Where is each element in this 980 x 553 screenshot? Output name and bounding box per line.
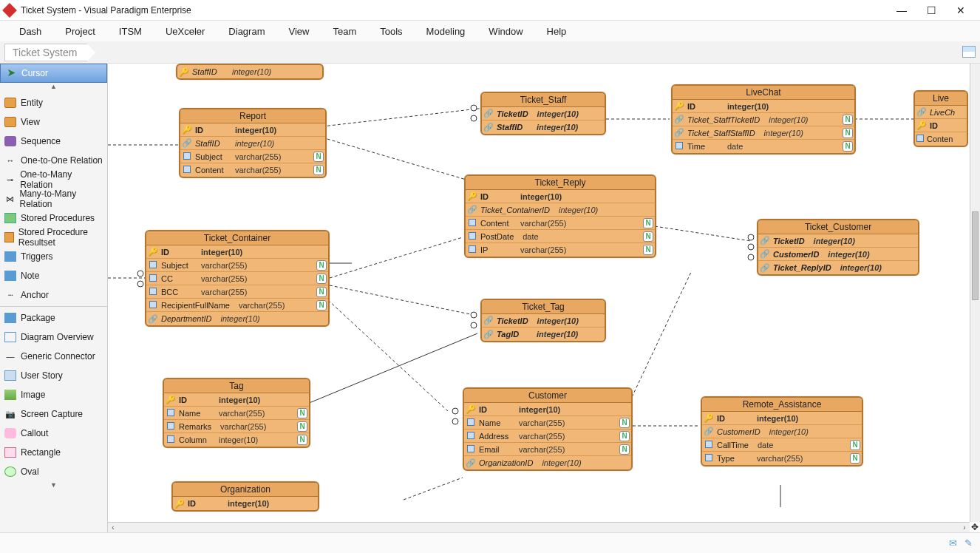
menu-window[interactable]: Window: [477, 23, 534, 40]
tool-user-story[interactable]: User Story: [0, 366, 107, 385]
entity-column[interactable]: Name varchar(255) N: [164, 407, 309, 420]
entity-column[interactable]: IP varchar(255) N: [466, 243, 655, 257]
entity-ticket-staff[interactable]: Ticket_Staff 🔗 TicketID integer(10) 🔗 St…: [480, 92, 606, 135]
entity-remote-assistance[interactable]: Remote_Assistance 🔑 ID integer(10) 🔗 Cus…: [701, 396, 863, 467]
entity-tag[interactable]: Tag 🔑 ID integer(10) Name varchar(255) N…: [163, 378, 310, 448]
entity-staffid-fragment[interactable]: 🔑 StaffID integer(10): [176, 64, 324, 80]
entity-column[interactable]: 🔗 TicketID integer(10): [482, 107, 605, 121]
entity-column[interactable]: Content varchar(255) N: [466, 217, 655, 230]
tool-sequence[interactable]: Sequence: [0, 132, 107, 151]
entity-column[interactable]: 🔗 TicketID integer(10): [758, 234, 918, 248]
breadcrumb[interactable]: Ticket System: [4, 44, 88, 61]
close-button[interactable]: ✕: [946, 2, 976, 18]
entity-column[interactable]: 🔗 StaffID integer(10): [482, 121, 605, 134]
entity-column[interactable]: Name varchar(255) N: [464, 416, 631, 430]
tool-diagram-overview[interactable]: Diagram Overview: [0, 328, 107, 347]
entity-column[interactable]: 🔑 ID integer(10): [673, 100, 854, 113]
entity-column[interactable]: 🔑 ID integer(10): [466, 190, 655, 203]
hscroll-track[interactable]: [118, 523, 959, 532]
tool-rectangle[interactable]: Rectangle: [0, 443, 107, 462]
entity-column[interactable]: PostDate date N: [466, 230, 655, 243]
entity-column[interactable]: 🔑 ID integer(10): [146, 245, 328, 259]
entity-organization[interactable]: Organization 🔑 ID integer(10): [171, 481, 319, 512]
entity-column[interactable]: 🔑 ID integer(10): [702, 412, 862, 425]
entity-column[interactable]: 🔑 ID integer(10): [173, 497, 318, 510]
menu-tools[interactable]: Tools: [368, 23, 414, 40]
collapse-arrow-up[interactable]: ▲: [0, 83, 107, 93]
entity-column[interactable]: 🔑 ID integer(10): [180, 123, 325, 137]
entity-customer[interactable]: Customer 🔑 ID integer(10) Name varchar(2…: [463, 387, 633, 471]
tool-oval[interactable]: Oval: [0, 462, 107, 481]
maximize-button[interactable]: ☐: [916, 2, 946, 18]
mail-icon[interactable]: ✉: [949, 537, 957, 549]
entity-column[interactable]: Subject varchar(255) N: [146, 259, 328, 272]
entity-column[interactable]: 🔗 Ticket_ContainerID integer(10): [466, 203, 655, 217]
tool-package[interactable]: Package: [0, 308, 107, 328]
menu-diagram[interactable]: Diagram: [217, 23, 276, 40]
tool-stored-procedure-result[interactable]: Stored Procedure Resultset: [0, 228, 107, 247]
entity-column[interactable]: 🔗 TicketID integer(10): [482, 314, 605, 328]
horizontal-scrollbar[interactable]: ‹ ›: [108, 522, 970, 532]
entity-column[interactable]: Content varchar(255) N: [180, 163, 325, 177]
entity-column[interactable]: 🔗 CustomerID integer(10): [702, 425, 862, 438]
menu-modeling[interactable]: Modeling: [415, 23, 477, 40]
entity-column[interactable]: Address varchar(255) N: [464, 430, 631, 443]
diagram-canvas[interactable]: 🔑 StaffID integer(10) Report 🔑 ID intege…: [108, 64, 970, 522]
tool-generic-connector[interactable]: —Generic Connector: [0, 347, 107, 366]
tool-stored-procedures[interactable]: Stored Procedures: [0, 208, 107, 228]
entity-ticket-customer[interactable]: Ticket_Customer 🔗 TicketID integer(10) 🔗…: [757, 219, 919, 276]
menu-project[interactable]: Project: [53, 23, 106, 40]
tool-many-to-many[interactable]: ⋈Many-to-Many Relation: [0, 189, 107, 208]
entity-column[interactable]: Column integer(10) N: [164, 433, 309, 447]
scroll-right-icon[interactable]: ›: [959, 523, 970, 532]
entity-column[interactable]: 🔑 ID: [915, 119, 967, 132]
menu-dash[interactable]: Dash: [7, 23, 53, 40]
tool-view[interactable]: View: [0, 112, 107, 132]
entity-column[interactable]: 🔗 DepartmentID integer(10): [146, 312, 328, 325]
entity-column[interactable]: Subject varchar(255) N: [180, 150, 325, 163]
entity-live-fragment[interactable]: Live 🔗 LiveCh 🔑 ID Conten: [913, 90, 968, 147]
tool-one-to-many[interactable]: ⊸One-to-Many Relation: [0, 170, 107, 189]
entity-column[interactable]: 🔑 ID integer(10): [464, 403, 631, 416]
entity-ticket-reply[interactable]: Ticket_Reply 🔑 ID integer(10) 🔗 Ticket_C…: [464, 174, 656, 258]
entity-column[interactable]: 🔗 Ticket_StaffStaffID integer(10) N: [673, 126, 854, 140]
tool-cursor[interactable]: ⮞ Cursor: [0, 64, 107, 83]
edit-icon[interactable]: ✎: [964, 537, 973, 549]
vscroll-thumb[interactable]: [972, 211, 979, 300]
entity-column[interactable]: RecipientFullName varchar(255) N: [146, 299, 328, 312]
menu-uexceler[interactable]: UeXceler: [154, 23, 217, 40]
entity-livechat[interactable]: LiveChat 🔑 ID integer(10) 🔗 Ticket_Staff…: [671, 84, 856, 155]
tool-anchor[interactable]: ┄Anchor: [0, 285, 107, 305]
entity-column[interactable]: 🔑 ID integer(10): [164, 393, 309, 407]
tool-screen-capture[interactable]: 📷Screen Capture: [0, 404, 107, 424]
menu-help[interactable]: Help: [535, 23, 579, 40]
tool-note[interactable]: Note: [0, 266, 107, 285]
entity-column[interactable]: Email varchar(255) N: [464, 443, 631, 456]
entity-column[interactable]: 🔗 OrganizationID integer(10): [464, 456, 631, 469]
entity-column[interactable]: 🔗 CustomerID integer(10): [758, 248, 918, 261]
entity-report[interactable]: Report 🔑 ID integer(10) 🔗 StaffID intege…: [179, 108, 327, 178]
entity-column[interactable]: Conten: [915, 132, 967, 146]
menu-view[interactable]: View: [276, 23, 321, 40]
menu-team[interactable]: Team: [321, 23, 368, 40]
entity-column[interactable]: 🔑 StaffID integer(10): [177, 65, 322, 78]
entity-column[interactable]: CallTime date N: [702, 438, 862, 452]
tool-entity[interactable]: Entity: [0, 93, 107, 112]
tool-one-to-one[interactable]: ↔One-to-One Relation: [0, 151, 107, 170]
tool-callout[interactable]: Callout: [0, 424, 107, 443]
tool-image[interactable]: Image: [0, 385, 107, 404]
entity-ticket-tag[interactable]: Ticket_Tag 🔗 TicketID integer(10) 🔗 TagI…: [480, 299, 606, 342]
vertical-scrollbar[interactable]: [970, 64, 980, 522]
tool-triggers[interactable]: Triggers: [0, 247, 107, 266]
entity-column[interactable]: 🔗 LiveCh: [915, 106, 967, 119]
collapse-arrow-down[interactable]: ▼: [0, 481, 107, 492]
entity-column[interactable]: BCC varchar(255) N: [146, 285, 328, 299]
layout-icon[interactable]: [962, 46, 976, 58]
entity-ticket-container[interactable]: Ticket_Container 🔑 ID integer(10) Subjec…: [145, 230, 330, 327]
entity-column[interactable]: Time date N: [673, 140, 854, 153]
menu-itsm[interactable]: ITSM: [107, 23, 154, 40]
pan-handle-icon[interactable]: ✥: [970, 522, 980, 532]
entity-column[interactable]: 🔗 TagID integer(10): [482, 328, 605, 341]
entity-column[interactable]: CC varchar(255) N: [146, 272, 328, 285]
entity-column[interactable]: 🔗 Ticket_ReplyID integer(10): [758, 261, 918, 274]
